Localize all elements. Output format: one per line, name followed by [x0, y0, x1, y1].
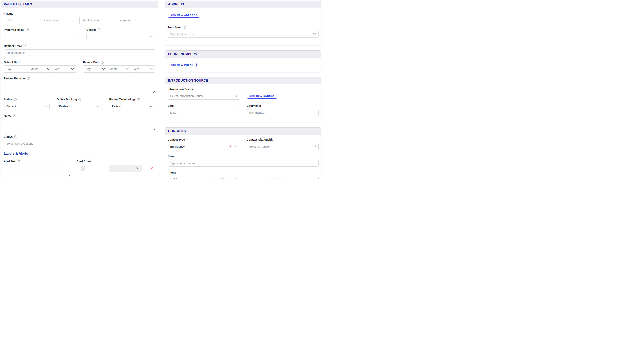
middle-name-input[interactable] — [80, 17, 118, 24]
chevron-down-icon — [313, 33, 316, 35]
chevron-down-icon — [47, 68, 50, 70]
phone-type-select[interactable]: Mobile — [168, 176, 218, 179]
contact-type-label: Contact Type — [168, 138, 240, 141]
contact-phone-label: Phone — [168, 171, 319, 174]
help-icon[interactable]: ? — [18, 160, 21, 163]
chevron-down-icon — [97, 106, 100, 107]
chevron-down-icon — [313, 146, 316, 148]
add-new-address-button[interactable]: ADD NEW ADDRESS — [168, 12, 200, 18]
address-panel: ADDRESS ADD NEW ADDRESS Time Zone ? Sele… — [165, 0, 321, 45]
review-year-select[interactable]: Year — [131, 66, 155, 72]
surname-input[interactable] — [117, 17, 155, 24]
preferred-name-label: Preferred Name ? — [4, 28, 76, 31]
introduction-source-select[interactable]: Select Introduction Source — [168, 92, 240, 100]
online-booking-select[interactable]: Enabled — [56, 103, 102, 110]
contact-relationship-label: Contact relationship — [247, 138, 319, 141]
notes-label: Notes ? — [4, 114, 155, 117]
alert-text-label: Alert Text ? — [4, 160, 70, 163]
address-header: ADDRESS — [165, 1, 321, 8]
contact-type-select[interactable]: Emergency ✕ — [168, 143, 240, 150]
required-asterisk: * — [4, 12, 5, 15]
review-date-select-group: Day Month Year — [83, 66, 155, 72]
phone-main-option: Main — [269, 176, 319, 179]
alert-colour-label: Alert Colour — [77, 160, 155, 163]
review-month-select[interactable]: Month — [107, 66, 131, 72]
name-input-group — [4, 17, 155, 24]
help-icon[interactable]: ? — [78, 98, 81, 101]
contact-name-label: Name — [168, 155, 319, 158]
patient-form-page: PATIENT DETAILS * Name — [0, 0, 322, 179]
dob-label: Date of Birth — [4, 60, 76, 64]
help-icon[interactable]: ? — [98, 28, 100, 31]
remove-alert-button[interactable]: ✕ — [150, 167, 153, 170]
alert-colour-picker[interactable]: ✕ — [77, 165, 142, 172]
review-remarks-label: Review Remarks ? — [4, 77, 155, 80]
contact-relationship-select[interactable]: Select an Option — [247, 143, 319, 150]
help-icon[interactable]: ? — [14, 135, 17, 138]
chevron-down-icon — [71, 68, 74, 70]
help-icon[interactable]: ? — [101, 61, 104, 64]
introduction-date-input[interactable] — [168, 109, 240, 116]
introduction-date-label: Date — [168, 104, 240, 107]
chevron-down-icon — [23, 68, 26, 70]
help-icon[interactable]: ? — [24, 44, 26, 47]
time-zone-select[interactable]: Select a time zone — [168, 30, 319, 38]
main-checkbox[interactable] — [272, 178, 276, 179]
given-name-input[interactable] — [42, 17, 80, 24]
gender-label: Gender ? — [86, 28, 155, 31]
chevron-down-icon — [150, 106, 152, 107]
help-icon[interactable]: ? — [13, 114, 16, 117]
introduction-source-panel: INTRODUCTION SOURCE Introduction Source … — [165, 77, 321, 122]
colour-preview[interactable] — [77, 165, 109, 172]
contact-name-input[interactable] — [168, 160, 319, 167]
patient-details-panel: PATIENT DETAILS * Name — [1, 0, 158, 179]
phone-number-input[interactable] — [218, 176, 269, 179]
chevron-down-icon — [212, 179, 215, 179]
contacts-header: CONTACTS — [165, 128, 321, 135]
colour-clear-button[interactable]: ✕ — [133, 165, 142, 172]
patient-details-header: PATIENT DETAILS — [1, 1, 158, 8]
dob-year-select[interactable]: Year — [52, 66, 76, 72]
help-icon[interactable]: ? — [14, 98, 16, 101]
add-new-source-button[interactable]: ADD NEW SOURCE — [247, 94, 278, 98]
chevron-down-icon — [150, 68, 152, 70]
introduction-comments-input[interactable] — [247, 109, 319, 116]
name-label: * Name — [4, 12, 155, 15]
clear-selection-icon[interactable]: ✕ — [229, 145, 232, 148]
chevron-down-icon — [235, 146, 238, 148]
colour-value-area[interactable] — [109, 165, 133, 172]
main-checkbox-label: Main — [278, 178, 284, 179]
patient-terminology-select[interactable]: Patient — [109, 103, 155, 110]
alert-text-textarea[interactable] — [4, 165, 70, 176]
contact-email-input[interactable] — [4, 49, 155, 56]
contact-email-label: Contact Email ? — [4, 44, 155, 48]
review-remarks-textarea[interactable] — [4, 82, 155, 93]
online-booking-label: Online Booking ? — [56, 98, 102, 101]
help-icon[interactable]: ? — [183, 26, 186, 28]
introduction-comments-label: Comments — [247, 104, 319, 107]
help-icon[interactable]: ? — [27, 77, 30, 80]
dob-day-select[interactable]: Day — [4, 66, 28, 72]
chevron-down-icon — [44, 106, 47, 107]
notes-textarea[interactable] — [4, 119, 155, 130]
title-input[interactable] — [4, 17, 42, 24]
dob-month-select[interactable]: Month — [28, 66, 52, 72]
contact-phone-group: Mobile Main — [168, 176, 319, 179]
gender-select[interactable]: – — [86, 33, 155, 40]
labels-alerts-heading: Labels & Alerts — [4, 152, 155, 156]
chevron-down-icon — [150, 36, 152, 38]
phone-numbers-panel: PHONE NUMBERS ADD NEW PHONE — [165, 50, 321, 72]
contacts-panel: CONTACTS Contact Type Emergency ✕ — [165, 128, 321, 179]
clinics-label: Clinics ? — [4, 135, 155, 138]
help-icon[interactable]: ? — [26, 28, 28, 31]
transparent-swatch-icon — [81, 166, 85, 171]
introduction-source-label: Introduction Source — [168, 88, 240, 91]
add-new-phone-button[interactable]: ADD NEW PHONE — [168, 62, 196, 68]
clinics-input[interactable] — [4, 140, 155, 147]
preferred-name-input[interactable] — [4, 33, 76, 40]
patient-terminology-label: Patient Terminology ? — [109, 98, 155, 101]
chevron-down-icon — [235, 95, 238, 97]
review-day-select[interactable]: Day — [83, 66, 107, 72]
status-select[interactable]: Current — [4, 103, 50, 110]
help-icon[interactable]: ? — [137, 98, 140, 101]
